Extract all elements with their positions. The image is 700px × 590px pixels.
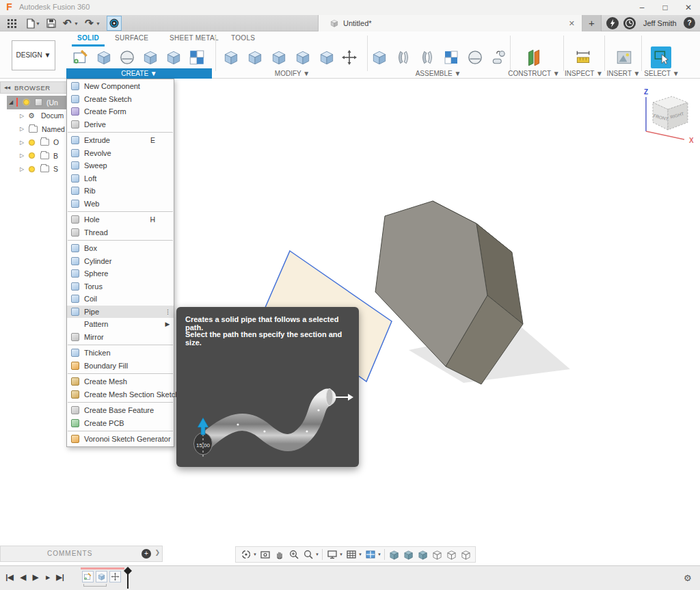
browser-row-document-settings[interactable]: ▷ Docum [0,109,68,123]
as-built-joint-button[interactable] [417,46,438,68]
shell-button[interactable] [269,46,289,68]
display-settings-caret-icon[interactable] [339,552,344,557]
undo-icon[interactable]: ↶ [63,16,72,30]
menu-item[interactable]: Pattern ▶ [67,318,174,331]
fit-icon[interactable] [301,548,315,561]
display-style-wireframe-hidden-icon[interactable] [430,548,444,561]
extensions-icon[interactable] [606,16,619,30]
user-name[interactable]: Jeff Smith [643,15,677,31]
expand-arrow-icon[interactable]: ▷ [18,152,26,159]
group-label-select[interactable]: SELECT ▼ [643,68,681,79]
app-grid-icon[interactable] [5,18,18,29]
expand-comments-icon[interactable] [154,549,160,556]
browser-row-named-views[interactable]: ▷ Named [0,122,68,136]
tab-tools[interactable]: TOOLS [231,34,255,44]
new-component-button[interactable] [369,46,390,68]
loft-button[interactable] [140,46,161,68]
enable-contact-sets-button[interactable] [465,46,485,68]
add-comment-icon[interactable] [142,549,151,559]
create-sketch-button[interactable] [70,46,91,68]
job-status-icon[interactable] [623,16,636,30]
menu-item[interactable]: Rib [67,185,174,198]
browser-row-sketches[interactable]: ▷ S [0,163,68,176]
menu-item[interactable]: Sweep [67,159,174,172]
maximize-button[interactable]: □ [659,1,671,14]
expand-arrow-icon[interactable]: ▷ [18,113,26,119]
motion-link-button[interactable] [489,46,509,68]
document-tab[interactable]: Untitled* ✕ [318,15,582,31]
comments-bar[interactable]: COMMENTS [0,546,163,562]
menu-item[interactable]: Torus [67,280,174,293]
menu-item[interactable]: Voronoi Sketch Generator [67,433,174,446]
view-cube[interactable]: Z X FRONT RIGHT [632,88,695,146]
move-copy-button[interactable] [339,46,360,68]
menu-item[interactable]: Sphere [67,267,174,280]
menu-item[interactable]: Revolve [67,147,174,160]
menu-item[interactable]: Derive [67,118,174,131]
revolve-button[interactable] [117,46,137,68]
zoom-icon[interactable] [286,548,301,561]
timeline-step-forward-icon[interactable] [42,573,53,582]
viewports-caret-icon[interactable] [377,552,382,557]
construct-plane-button[interactable] [524,46,544,68]
menu-item[interactable]: Box [67,242,174,255]
pattern-button[interactable] [187,46,207,68]
fillet-button[interactable] [245,46,265,68]
menu-item[interactable]: Create Mesh [67,375,174,388]
display-style-shaded-hidden-edges-icon[interactable] [416,548,430,561]
display-style-wireframe-icon[interactable] [444,548,459,561]
menu-item[interactable]: Web [67,198,174,211]
display-settings-icon[interactable] [325,548,339,561]
redo-caret-icon[interactable]: ▼ [96,21,100,26]
menu-item[interactable]: Thread [67,226,174,239]
press-pull-button[interactable] [221,46,241,68]
collapse-panel-icon[interactable] [4,82,10,94]
group-label-inspect[interactable]: INSPECT ▼ [565,68,603,79]
workspace-selector[interactable]: DESIGN ▼ [12,40,55,70]
split-body-button[interactable] [317,46,337,68]
menu-item[interactable]: Extrude E [67,134,174,147]
extrude-button[interactable] [94,46,114,68]
menu-item[interactable]: Cylinder [67,255,174,268]
orbit-caret-icon[interactable] [253,552,258,557]
menu-item[interactable]: Create Form [67,105,174,118]
expand-arrow-icon[interactable]: ▷ [18,166,26,172]
browser-row-root-component[interactable]: ◢ (Un [7,96,68,109]
display-style-wireframe-visible-icon[interactable] [459,548,473,561]
menu-item[interactable]: Loft [67,172,174,185]
timeline-go-to-end-icon[interactable] [55,573,66,582]
joint-origin-button[interactable] [441,46,461,68]
visibility-bulb-icon[interactable] [23,99,29,105]
visibility-bulb-icon[interactable] [29,152,35,159]
display-style-shaded-edges-icon[interactable] [401,548,416,561]
display-style-shaded-icon[interactable] [387,548,401,561]
group-label-create[interactable]: CREATE ▼ [66,68,212,79]
timeline-go-to-start-icon[interactable] [4,573,15,582]
hole-button[interactable] [163,46,184,68]
tab-close-icon[interactable]: ✕ [569,15,575,31]
menu-item[interactable]: Boundary Fill [67,360,174,373]
timeline-feature-move[interactable] [109,571,121,582]
minimize-button[interactable]: – [636,1,648,14]
browser-row-bodies[interactable]: ▷ B [0,149,68,163]
new-tab-button[interactable]: + [582,15,602,31]
expand-arrow-icon[interactable]: ◢ [7,99,15,105]
joint-button[interactable] [393,46,414,68]
timeline-settings-gear-icon[interactable] [684,573,692,583]
menu-item[interactable]: Mirror [67,331,174,344]
timeline-play-icon[interactable] [30,573,41,582]
menu-item[interactable]: Hole H [67,213,174,226]
browser-row-origin[interactable]: ▷ O [0,136,68,150]
combine-button[interactable] [293,46,313,68]
select-button[interactable] [651,46,671,68]
expand-arrow-icon[interactable]: ▷ [18,126,26,132]
active-command-indicator[interactable] [107,16,122,31]
menu-item[interactable]: Coil [67,293,174,306]
look-at-icon[interactable] [258,548,272,561]
pan-icon[interactable] [272,548,286,561]
grid-layout-icon[interactable] [344,548,358,561]
menu-item[interactable]: Create PCB [67,417,174,430]
grid-caret-icon[interactable] [358,552,363,557]
expand-arrow-icon[interactable]: ▷ [18,139,26,146]
menu-item[interactable]: Create Sketch [67,93,174,106]
